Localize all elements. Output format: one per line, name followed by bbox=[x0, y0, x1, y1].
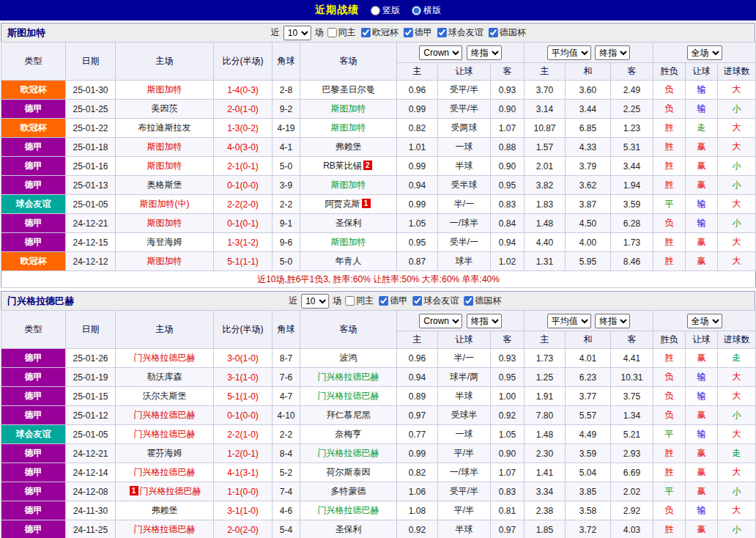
handicap-cell: 球半 bbox=[438, 252, 491, 271]
odds-away-cell: 0.90 bbox=[491, 157, 525, 176]
col-score: 比分(半场) bbox=[214, 43, 273, 81]
view-option-vertical[interactable]: 竖版 bbox=[371, 4, 400, 17]
score-cell: 2-0(1-0) bbox=[214, 100, 273, 119]
match-row: 欧冠杯24-12-12斯图加特5-1(1-1)5-0年青人0.87球半1.021… bbox=[1, 252, 756, 271]
avg-draw-cell: 3.79 bbox=[566, 157, 611, 176]
away-team-cell: 斯图加特 bbox=[300, 233, 397, 252]
page-title: 近期战绩 bbox=[315, 4, 359, 17]
date-cell: 25-01-22 bbox=[66, 119, 116, 138]
result-cell: 平 bbox=[653, 195, 686, 214]
team-name: 门兴格拉德巴赫 bbox=[134, 524, 196, 534]
average-source-select[interactable]: 平均值 bbox=[547, 45, 591, 60]
result-cell: 负 bbox=[653, 100, 686, 119]
odds-home-cell: 0.94 bbox=[397, 368, 438, 387]
league-filter[interactable]: 德国杯 bbox=[464, 295, 501, 307]
col-home: 主场 bbox=[116, 311, 214, 349]
score-cell: 5-1(1-0) bbox=[214, 387, 273, 406]
team-name: 海登海姆 bbox=[147, 237, 182, 247]
handicap-result-cell: 输 bbox=[686, 81, 718, 100]
handicap-result-cell: 输 bbox=[686, 368, 718, 387]
league-filter-checkbox[interactable] bbox=[345, 296, 355, 306]
col-avg-home: 主 bbox=[525, 331, 566, 349]
team-name: 美因茨 bbox=[152, 103, 178, 114]
away-team-cell: 门兴格拉德巴赫 bbox=[300, 501, 397, 520]
handicap-result-cell: 赢 bbox=[686, 252, 718, 271]
league-filter[interactable]: 欧冠杯 bbox=[361, 26, 399, 39]
league-filter[interactable]: 同主 bbox=[327, 26, 356, 39]
result-cell: 胜 bbox=[653, 157, 686, 176]
league-filter-checkbox[interactable] bbox=[327, 28, 337, 37]
match-row: 德甲24-11-25门兴格拉德巴赫2-0(2-0)5-4圣保利0.92半球0.9… bbox=[1, 520, 756, 538]
league-filter-checkbox[interactable] bbox=[489, 28, 498, 37]
league-cell: 欧冠杯 bbox=[1, 81, 66, 100]
away-team-cell: 弗赖堡 bbox=[300, 138, 397, 157]
home-team-cell: 斯图加特 bbox=[116, 81, 214, 100]
team-name: 圣保利 bbox=[336, 524, 362, 534]
match-count-select[interactable]: 10 bbox=[301, 294, 329, 309]
view-option-horizontal[interactable]: 横版 bbox=[412, 4, 441, 17]
league-filter-checkbox[interactable] bbox=[437, 28, 447, 37]
average-final-select[interactable]: 终指 bbox=[595, 314, 630, 328]
date-cell: 25-01-19 bbox=[66, 368, 116, 387]
avg-draw-cell: 4.33 bbox=[566, 138, 611, 157]
match-row: 欧冠杯25-01-22布拉迪斯拉发1-3(0-2)4-19斯图加特0.82受两球… bbox=[1, 119, 756, 138]
league-filter[interactable]: 德甲 bbox=[379, 295, 407, 307]
odds-final-select[interactable]: 终指 bbox=[467, 314, 502, 328]
team-name: 奈梅亨 bbox=[336, 429, 362, 439]
col-result: 胜负 bbox=[653, 63, 686, 81]
team-name: 斯图加特 bbox=[147, 84, 182, 95]
league-filter[interactable]: 球会友谊 bbox=[412, 295, 459, 307]
odds-away-cell: 0.88 bbox=[491, 138, 525, 157]
handicap-result-cell: 赢 bbox=[686, 157, 718, 176]
league-filter[interactable]: 同主 bbox=[345, 295, 374, 307]
scope-select[interactable]: 全场 bbox=[687, 45, 722, 60]
col-avg-home: 主 bbox=[525, 63, 566, 81]
handicap-result-cell: 输 bbox=[686, 387, 718, 406]
league-filter-checkbox[interactable] bbox=[464, 296, 473, 306]
avg-draw-cell: 5.57 bbox=[566, 406, 611, 425]
horizontal-view-radio[interactable] bbox=[412, 6, 421, 15]
odds-source-select[interactable]: Crown bbox=[419, 45, 462, 60]
league-filter[interactable]: 球会友谊 bbox=[437, 26, 483, 39]
date-cell: 24-12-15 bbox=[66, 233, 116, 252]
average-final-select[interactable]: 终指 bbox=[595, 45, 630, 60]
league-filter[interactable]: 德甲 bbox=[404, 26, 432, 39]
results-table: 类型 日期 主场 比分(半场) 角球 客场 Crown 终指 平均值 终指 全场 bbox=[1, 42, 756, 288]
league-filter-checkbox[interactable] bbox=[404, 28, 413, 37]
avg-away-cell: 1.94 bbox=[611, 176, 653, 195]
avg-draw-cell: 4.00 bbox=[566, 233, 611, 252]
near-label: 近 bbox=[289, 295, 297, 307]
vertical-view-radio[interactable] bbox=[371, 6, 380, 15]
score-cell: 2-1(0-1) bbox=[214, 157, 273, 176]
league-filter-checkbox[interactable] bbox=[412, 296, 422, 306]
away-team-cell: 多特蒙德 bbox=[300, 482, 397, 501]
team-name: 荷尔斯泰因 bbox=[327, 467, 371, 477]
match-count-select[interactable]: 10 bbox=[284, 26, 311, 40]
handicap-result-cell: 赢 bbox=[686, 406, 718, 425]
red-card-badge: 1 bbox=[362, 199, 371, 208]
date-cell: 24-12-12 bbox=[66, 252, 116, 271]
avg-draw-cell: 3.77 bbox=[566, 387, 611, 406]
home-team-cell: 1门兴格拉德巴赫 bbox=[116, 482, 214, 501]
date-cell: 25-01-12 bbox=[66, 406, 116, 425]
league-cell: 德甲 bbox=[1, 176, 66, 195]
date-cell: 24-12-21 bbox=[66, 444, 116, 463]
odds-home-cell: 0.99 bbox=[397, 100, 438, 119]
avg-draw-cell: 3.85 bbox=[566, 482, 611, 501]
league-filter-checkbox[interactable] bbox=[361, 28, 371, 37]
league-filter-checkbox[interactable] bbox=[379, 296, 388, 306]
corners-cell: 4-10 bbox=[273, 406, 300, 425]
odds-source-select[interactable]: Crown bbox=[419, 314, 462, 328]
avg-away-cell: 1.34 bbox=[611, 406, 653, 425]
odds-final-select[interactable]: 终指 bbox=[467, 45, 502, 60]
average-source-select[interactable]: 平均值 bbox=[547, 314, 591, 328]
games-label: 场 bbox=[315, 26, 324, 39]
odds-home-cell: 1.08 bbox=[397, 501, 438, 520]
league-filter[interactable]: 德国杯 bbox=[489, 26, 526, 39]
handicap-cell: 受半球 bbox=[438, 176, 491, 195]
league-cell: 德甲 bbox=[1, 444, 66, 463]
scope-select[interactable]: 全场 bbox=[687, 314, 722, 328]
match-row: 德甲24-12-081门兴格拉德巴赫1-1(0-0)7-4多特蒙德1.06受平/… bbox=[1, 482, 756, 501]
odds-away-cell: 1.02 bbox=[491, 252, 525, 271]
corners-cell: 4-6 bbox=[273, 501, 300, 520]
